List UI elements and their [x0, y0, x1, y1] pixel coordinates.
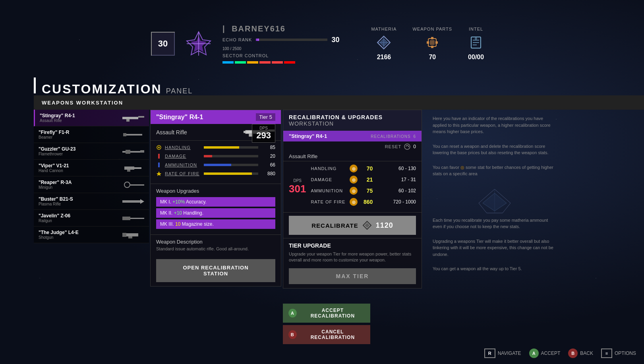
page-subtitle: PANEL — [166, 87, 193, 95]
dps-label: DPS — [256, 126, 271, 130]
svg-rect-32 — [122, 200, 140, 203]
max-tier-button[interactable]: MAX TIER — [289, 268, 416, 284]
rof-favor-icon[interactable]: ◎ — [350, 198, 358, 206]
rof-icon — [156, 171, 162, 176]
handling-stat-name[interactable]: HANDLING — [165, 145, 201, 150]
open-recal-button[interactable]: OPEN RECALIBRATIONSTATION — [156, 259, 275, 282]
handling-val: 85 — [261, 145, 275, 150]
svg-rect-12 — [431, 37, 433, 39]
weapon-icon-3 — [120, 163, 144, 173]
r-key: R — [484, 349, 495, 358]
svg-rect-24 — [122, 151, 142, 153]
cancel-recal-button[interactable]: B CANCEL RECALIBRATION — [283, 325, 370, 344]
weapon-tier: Tier 5 — [256, 113, 275, 121]
recal-damage-label: DAMAGE — [311, 177, 346, 182]
info-panel: Here you have an indicator of the recali… — [427, 110, 562, 286]
weapon-item-2[interactable]: "Guzzler" GU-23 Flamethrower — [34, 143, 149, 160]
weapon-icon-4 — [120, 180, 144, 190]
rof-stat-name[interactable]: RATE OF FIRE — [165, 171, 201, 176]
damage-stat-row: DAMAGE 20 — [156, 153, 275, 159]
header: 30 | BARNEY616 ECHO RANK 30 — [0, 0, 644, 87]
damage-bar — [204, 155, 258, 157]
recal-dps-label: DPS — [289, 178, 306, 183]
options-key: ≡ — [601, 349, 612, 358]
recal-dps-row: DPS 301 HANDLING ◎ 70 60 - 130 DAMAGE ◎ … — [283, 161, 422, 213]
sector-bar-6 — [284, 61, 295, 64]
svg-rect-27 — [124, 167, 134, 170]
handling-bar — [204, 146, 258, 149]
recal-rof-row: RATE OF FIRE ◎ 860 720 - 1000 — [311, 198, 416, 206]
sector-bar-2 — [235, 61, 246, 64]
damage-favor-icon[interactable]: ◎ — [350, 176, 358, 184]
svg-marker-33 — [140, 199, 144, 204]
weapon-item-5[interactable]: "Buster" B21-S Plasma Rifle — [34, 193, 149, 210]
nav-item-options: ≡ OPTIONS — [601, 349, 636, 358]
info-text-3: Each time you recalibrate you pay some m… — [433, 217, 557, 230]
weapon-icon-5 — [120, 196, 144, 206]
workstation-bar: WEAPONS WORKSTATION — [34, 95, 644, 110]
svg-rect-28 — [127, 170, 130, 172]
svg-point-30 — [124, 182, 130, 188]
svg-marker-47 — [157, 171, 161, 176]
sector-bars — [222, 61, 339, 64]
svg-rect-25 — [126, 150, 130, 154]
recal-dps-box: DPS 301 — [289, 178, 306, 195]
a-key-icon: A — [288, 309, 297, 318]
svg-rect-13 — [431, 46, 433, 48]
ship-illustration — [433, 185, 557, 217]
reset-icon — [404, 143, 411, 150]
ammo-favor-icon[interactable]: ◎ — [350, 187, 358, 195]
weapon-parts-icon — [424, 35, 440, 50]
recal-button-row: RECALIBRATE 1120 — [283, 213, 422, 238]
a-key: A — [529, 349, 539, 358]
accept-label: ACCEPT — [541, 350, 561, 356]
recal-ammo-label: AMMUNITION — [311, 188, 346, 193]
tier-desc: Upgrade your weapon Tier for more weapon… — [289, 251, 416, 263]
recal-rof-range: 720 - 1000 — [376, 199, 416, 205]
svg-marker-51 — [365, 223, 369, 228]
weapon-item-4[interactable]: "Reaper" R-3A Minigun — [34, 176, 149, 193]
b-key: B — [568, 349, 578, 358]
svg-rect-26 — [140, 150, 144, 153]
nav-item-back: B BACK — [568, 349, 593, 358]
xp-text: 100 / 2500 — [222, 46, 339, 51]
weapon-icon-0 — [120, 113, 144, 123]
weapon-item-6[interactable]: "Javelin" Z-06 Railgun — [34, 210, 149, 227]
recal-title: RECALIBRATION & UPGRADES WORKSTATION — [289, 114, 416, 127]
info-section-2: You can favor ◎ some stat for better cha… — [433, 164, 557, 177]
svg-point-44 — [158, 147, 160, 148]
svg-rect-38 — [128, 236, 132, 238]
svg-rect-23 — [123, 133, 126, 136]
rof-val: 880 — [261, 171, 275, 176]
reset-value: 0 — [413, 144, 416, 149]
weapon-parts-value: 70 — [429, 54, 436, 61]
damage-stat-name[interactable]: DAMAGE — [165, 154, 201, 159]
recal-count: RECALIBRATIONS 6 — [371, 134, 416, 139]
info-text-4: Upgrading a weapons Tier will make it be… — [433, 238, 557, 258]
recal-handling-label: HANDLING — [311, 166, 346, 171]
svg-rect-11 — [435, 41, 438, 44]
sector-bar-3 — [247, 61, 258, 64]
ammo-stat-name[interactable]: AMMUNITION — [165, 163, 201, 167]
handling-favor-icon[interactable]: ◎ — [350, 165, 358, 172]
cancel-button-label: CANCEL RECALIBRATION — [301, 329, 365, 340]
handling-bar-fill — [204, 146, 239, 149]
damage-val: 20 — [261, 153, 275, 159]
weapon-description: Weapon Description Standard issue automa… — [151, 234, 281, 255]
accept-recal-button[interactable]: A ACCEPT RECALIBRATION — [283, 304, 370, 323]
damage-icon — [156, 153, 162, 159]
weapon-item-0[interactable]: "Stingray" R4-1 Assault Rifle — [34, 110, 149, 126]
svg-rect-31 — [130, 184, 144, 186]
reset-button[interactable]: RESET — [385, 144, 402, 149]
echo-rank-label: ECHO RANK — [222, 37, 252, 42]
desc-title: Weapon Description — [156, 239, 275, 245]
recal-handling-row: HANDLING ◎ 70 60 - 130 — [311, 165, 416, 172]
upgrades-title: Weapon Upgrades — [156, 188, 275, 194]
recalibrate-button[interactable]: RECALIBRATE 1120 — [289, 216, 416, 235]
weapon-icon-6 — [120, 213, 144, 223]
weapon-item-3[interactable]: "Viper" V1-21 Hand Cannon — [34, 160, 149, 176]
svg-rect-46 — [158, 163, 160, 167]
weapon-item-1[interactable]: "Firefly" F1-R Beamer — [34, 126, 149, 143]
svg-rect-36 — [124, 233, 138, 236]
weapon-item-7[interactable]: "The Judge" L4-E Shotgun — [34, 227, 149, 243]
